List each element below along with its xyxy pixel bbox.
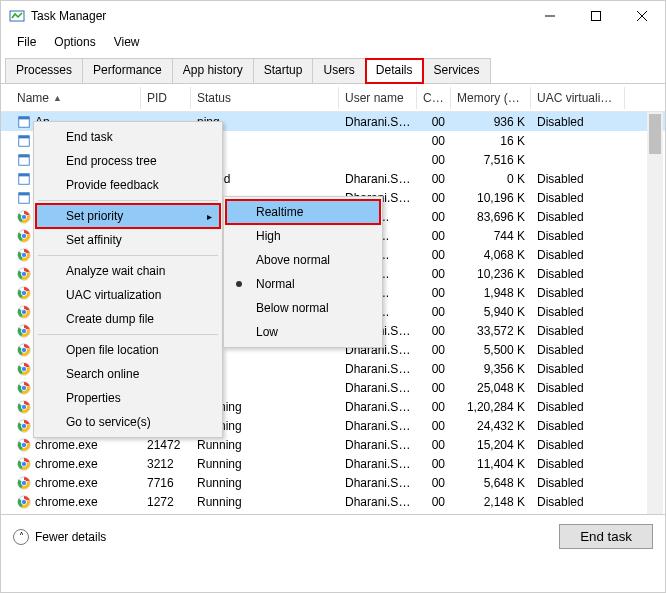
col-pid[interactable]: PID bbox=[141, 87, 191, 109]
priority-high[interactable]: High bbox=[226, 224, 380, 248]
menu-options[interactable]: Options bbox=[46, 33, 103, 51]
svg-point-56 bbox=[21, 461, 26, 466]
process-cpu: 00 bbox=[417, 457, 451, 471]
col-name[interactable]: Name▲ bbox=[11, 87, 141, 109]
process-memory: 492 K bbox=[451, 514, 531, 515]
process-uac: Disabled bbox=[531, 229, 625, 243]
ctx-analyze-wait-chain[interactable]: Analyze wait chain bbox=[36, 259, 220, 283]
ctx-open-file-location[interactable]: Open file location bbox=[36, 338, 220, 362]
svg-rect-2 bbox=[592, 12, 601, 21]
tab-details[interactable]: Details bbox=[365, 58, 424, 84]
svg-point-59 bbox=[21, 480, 26, 485]
process-cpu: 00 bbox=[417, 191, 451, 205]
process-name: chrome.exe bbox=[35, 438, 98, 452]
process-icon bbox=[17, 419, 31, 433]
separator bbox=[38, 200, 218, 201]
process-cpu: 00 bbox=[417, 438, 451, 452]
process-pid: 21472 bbox=[141, 438, 191, 452]
process-cpu: 00 bbox=[417, 419, 451, 433]
process-uac: Disabled bbox=[531, 438, 625, 452]
process-status: Running bbox=[191, 495, 339, 509]
process-status: Running bbox=[191, 476, 339, 490]
ctx-uac-virtualization[interactable]: UAC virtualization bbox=[36, 283, 220, 307]
process-memory: 10,236 K bbox=[451, 267, 531, 281]
menu-view[interactable]: View bbox=[106, 33, 148, 51]
priority-realtime[interactable]: Realtime bbox=[226, 200, 380, 224]
col-cpu[interactable]: CPU bbox=[417, 87, 451, 109]
close-button[interactable] bbox=[619, 1, 665, 31]
process-name: chrome.exe bbox=[35, 457, 98, 471]
maximize-button[interactable] bbox=[573, 1, 619, 31]
table-row[interactable]: chrome.exe1272RunningDharani.Sh...002,14… bbox=[1, 492, 665, 511]
ctx-set-priority[interactable]: Set priority▸ bbox=[36, 204, 220, 228]
table-row[interactable]: chrome.exe7716RunningDharani.Sh...005,64… bbox=[1, 473, 665, 492]
process-uac: Disabled bbox=[531, 191, 625, 205]
footer: ˄ Fewer details End task bbox=[1, 514, 665, 558]
process-memory: 9,356 K bbox=[451, 362, 531, 376]
menu-file[interactable]: File bbox=[9, 33, 44, 51]
col-status[interactable]: Status bbox=[191, 87, 339, 109]
end-task-button[interactable]: End task bbox=[559, 524, 653, 549]
process-uac: Disabled bbox=[531, 457, 625, 471]
svg-point-32 bbox=[21, 309, 26, 314]
priority-above-normal[interactable]: Above normal bbox=[226, 248, 380, 272]
ctx-properties[interactable]: Properties bbox=[36, 386, 220, 410]
process-uac: Disabled bbox=[531, 495, 625, 509]
process-uac: Disabled bbox=[531, 305, 625, 319]
table-row[interactable]: chrome.exe3212RunningDharani.Sh...0011,4… bbox=[1, 454, 665, 473]
svg-point-62 bbox=[21, 499, 26, 504]
tab-processes[interactable]: Processes bbox=[5, 58, 83, 84]
ctx-end-process-tree[interactable]: End process tree bbox=[36, 149, 220, 173]
svg-point-38 bbox=[21, 347, 26, 352]
process-cpu: 00 bbox=[417, 495, 451, 509]
ctx-create-dump-file[interactable]: Create dump file bbox=[36, 307, 220, 331]
svg-point-41 bbox=[21, 366, 26, 371]
process-memory: 4,068 K bbox=[451, 248, 531, 262]
process-uac: Disabled bbox=[531, 115, 625, 129]
process-icon bbox=[17, 229, 31, 243]
table-row[interactable]: conhost.exe3532Running00492 K bbox=[1, 511, 665, 514]
scrollbar-thumb[interactable] bbox=[649, 114, 661, 154]
priority-normal[interactable]: Normal bbox=[226, 272, 380, 296]
process-name: chrome.exe bbox=[35, 476, 98, 490]
svg-rect-8 bbox=[19, 135, 30, 138]
tab-startup[interactable]: Startup bbox=[253, 58, 314, 84]
tab-performance[interactable]: Performance bbox=[82, 58, 173, 84]
process-user: Dharani.Sh... bbox=[339, 172, 417, 186]
process-icon bbox=[17, 476, 31, 490]
vertical-scrollbar[interactable] bbox=[647, 112, 663, 514]
col-uac[interactable]: UAC virtualizat... bbox=[531, 87, 625, 109]
process-cpu: 00 bbox=[417, 343, 451, 357]
tab-app-history[interactable]: App history bbox=[172, 58, 254, 84]
context-menu: End task End process tree Provide feedba… bbox=[33, 121, 223, 438]
ctx-search-online[interactable]: Search online bbox=[36, 362, 220, 386]
process-icon bbox=[17, 305, 31, 319]
window-title: Task Manager bbox=[31, 9, 527, 23]
ctx-go-to-services[interactable]: Go to service(s) bbox=[36, 410, 220, 434]
fewer-details-button[interactable]: ˄ Fewer details bbox=[13, 529, 106, 545]
ctx-set-affinity[interactable]: Set affinity bbox=[36, 228, 220, 252]
process-icon bbox=[17, 495, 31, 509]
priority-submenu: Realtime High Above normal Normal Below … bbox=[223, 196, 383, 348]
svg-point-17 bbox=[21, 214, 26, 219]
tab-services[interactable]: Services bbox=[423, 58, 491, 84]
process-pid: 7716 bbox=[141, 476, 191, 490]
process-memory: 5,500 K bbox=[451, 343, 531, 357]
process-memory: 1,20,284 K bbox=[451, 400, 531, 414]
ctx-provide-feedback[interactable]: Provide feedback bbox=[36, 173, 220, 197]
priority-low[interactable]: Low bbox=[226, 320, 380, 344]
submenu-arrow-icon: ▸ bbox=[207, 211, 212, 222]
process-icon bbox=[17, 343, 31, 357]
process-icon bbox=[17, 457, 31, 471]
col-memory[interactable]: Memory (a... bbox=[451, 87, 531, 109]
process-icon bbox=[17, 324, 31, 338]
minimize-button[interactable] bbox=[527, 1, 573, 31]
priority-below-normal[interactable]: Below normal bbox=[226, 296, 380, 320]
svg-point-50 bbox=[21, 423, 26, 428]
ctx-end-task[interactable]: End task bbox=[36, 125, 220, 149]
tab-users[interactable]: Users bbox=[312, 58, 365, 84]
process-icon bbox=[17, 381, 31, 395]
col-user[interactable]: User name bbox=[339, 87, 417, 109]
process-icon bbox=[17, 438, 31, 452]
fewer-details-label: Fewer details bbox=[35, 530, 106, 544]
